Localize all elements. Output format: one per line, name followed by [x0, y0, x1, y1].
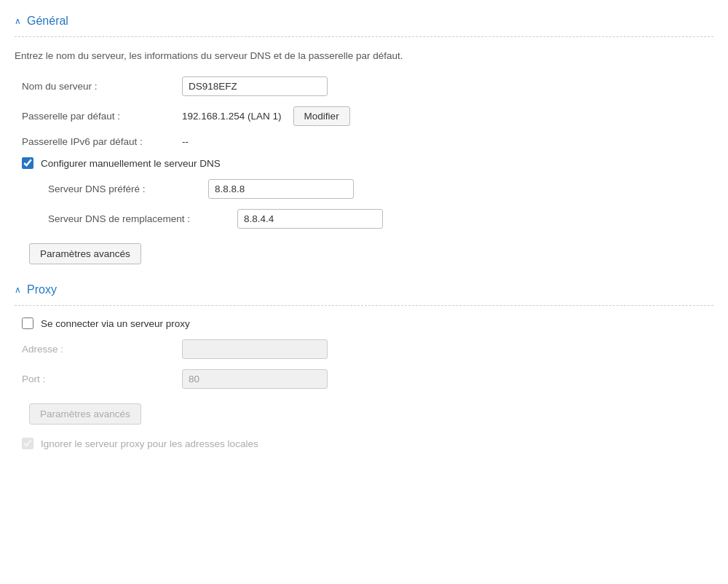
proxy-chevron-icon[interactable]: ∧ — [15, 285, 21, 295]
proxy-section-title: Proxy — [27, 283, 57, 296]
server-name-row: Nom du serveur : — [15, 76, 713, 96]
general-chevron-icon[interactable]: ∧ — [15, 16, 21, 26]
proxy-port-input[interactable] — [182, 369, 328, 389]
general-section: ∧ Général Entrez le nom du serveur, les … — [15, 15, 713, 269]
modify-gateway-button[interactable]: Modifier — [293, 106, 350, 126]
server-name-label: Nom du serveur : — [22, 81, 182, 92]
proxy-port-label: Port : — [22, 374, 182, 384]
proxy-checkbox-label[interactable]: Se connecter via un serveur proxy — [41, 318, 190, 329]
proxy-address-row: Adresse : — [15, 339, 713, 359]
server-name-input[interactable] — [182, 76, 328, 96]
proxy-section-header: ∧ Proxy — [15, 283, 713, 296]
proxy-advanced-button[interactable]: Paramètres avancés — [29, 403, 141, 425]
preferred-dns-row: Serveur DNS préféré : — [41, 179, 713, 199]
alternate-dns-label: Serveur DNS de remplacement : — [48, 213, 237, 224]
alternate-dns-input[interactable] — [237, 209, 383, 229]
general-section-header: ∧ Général — [15, 15, 713, 28]
ipv6-gateway-row: Passerelle IPv6 par défaut : -- — [15, 136, 713, 147]
preferred-dns-label: Serveur DNS préféré : — [48, 184, 208, 194]
proxy-divider — [15, 305, 713, 306]
general-advanced-button[interactable]: Paramètres avancés — [29, 243, 141, 264]
dns-checkbox[interactable] — [22, 157, 33, 169]
proxy-section: ∧ Proxy Se connecter via un serveur prox… — [15, 283, 713, 449]
general-section-title: Général — [27, 15, 68, 28]
general-advanced-row: Paramètres avancés — [15, 239, 713, 269]
default-gateway-row: Passerelle par défaut : 192.168.1.254 (L… — [15, 106, 713, 126]
proxy-advanced-row: Paramètres avancés — [15, 399, 713, 429]
general-description: Entrez le nom du serveur, les informatio… — [15, 49, 713, 63]
alternate-dns-row: Serveur DNS de remplacement : — [41, 209, 713, 229]
ignore-proxy-label[interactable]: Ignorer le serveur proxy pour les adress… — [41, 438, 258, 449]
ipv6-gateway-value: -- — [182, 136, 189, 147]
dns-checkbox-label[interactable]: Configurer manuellement le serveur DNS — [41, 158, 221, 169]
preferred-dns-input[interactable] — [208, 179, 354, 199]
default-gateway-label: Passerelle par défaut : — [22, 111, 182, 122]
dns-sub-section: Serveur DNS préféré : Serveur DNS de rem… — [15, 179, 713, 229]
dns-checkbox-row: Configurer manuellement le serveur DNS — [15, 157, 713, 169]
general-divider — [15, 36, 713, 37]
proxy-address-label: Adresse : — [22, 344, 182, 355]
proxy-address-input[interactable] — [182, 339, 328, 359]
ipv6-gateway-label: Passerelle IPv6 par défaut : — [22, 136, 182, 147]
ignore-proxy-checkbox[interactable] — [22, 438, 33, 449]
proxy-checkbox-row: Se connecter via un serveur proxy — [15, 317, 713, 329]
default-gateway-value: 192.168.1.254 (LAN 1) — [182, 111, 282, 122]
proxy-checkbox[interactable] — [22, 317, 33, 329]
ignore-proxy-row: Ignorer le serveur proxy pour les adress… — [15, 438, 713, 449]
proxy-port-row: Port : — [15, 369, 713, 389]
